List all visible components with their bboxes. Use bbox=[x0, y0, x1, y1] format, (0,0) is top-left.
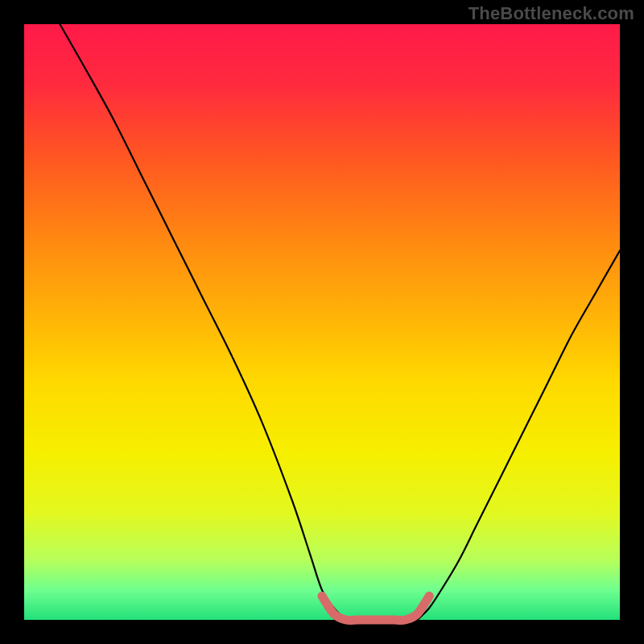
chart-frame: TheBottleneck.com bbox=[0, 0, 644, 644]
watermark-label: TheBottleneck.com bbox=[469, 3, 634, 24]
gradient-background bbox=[24, 24, 620, 620]
bottleneck-chart bbox=[0, 0, 644, 644]
